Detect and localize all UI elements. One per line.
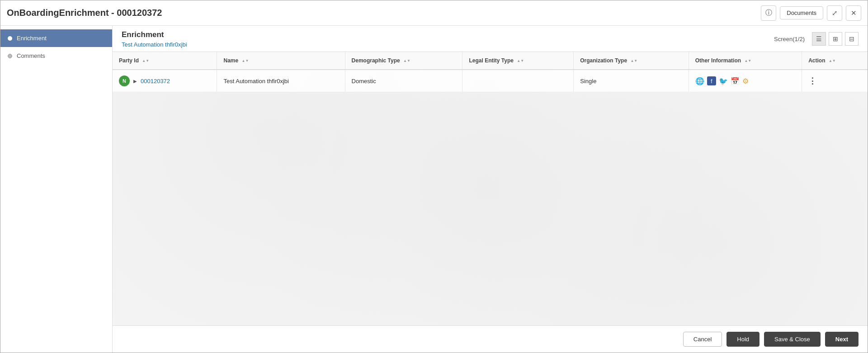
col-name-label: Name [223, 57, 238, 64]
col-action-label: Action [808, 57, 825, 64]
sort-party-id[interactable]: ▲▼ [142, 59, 149, 63]
globe-icon[interactable]: 🌐 [695, 77, 704, 85]
breadcrumb[interactable]: Test Automation thfir0xjbi [122, 41, 187, 48]
col-party-id-label: Party Id [119, 57, 139, 64]
other-info-icons: 🌐 f 🐦 📅 ⚙ [695, 76, 795, 85]
window-title: OnBoardingEnrichment - 000120372 [7, 8, 162, 18]
screen-indicator: Screen(1/2) [774, 36, 805, 42]
cell-legal-entity-type [462, 70, 574, 92]
cancel-button[interactable]: Cancel [683, 332, 722, 347]
col-other-information[interactable]: Other Information ▲▼ [689, 52, 802, 70]
cell-party-id: N ▶ 000120372 [113, 70, 217, 92]
list-view-icon: ☰ [816, 35, 822, 42]
party-id-cell: N ▶ 000120372 [119, 75, 210, 86]
expand-button[interactable]: ⤢ [827, 5, 842, 21]
sidebar-label-enrichment: Enrichment [17, 35, 47, 42]
main-header-left: Enrichment Test Automation thfir0xjbi [122, 30, 187, 48]
col-other-information-label: Other Information [695, 57, 741, 64]
hold-button[interactable]: Hold [726, 332, 760, 347]
sidebar-label-comments: Comments [17, 52, 45, 59]
close-button[interactable]: ✕ [846, 5, 861, 21]
documents-button[interactable]: Documents [780, 6, 823, 19]
sort-legal-entity-type[interactable]: ▲▼ [517, 59, 524, 63]
info-button[interactable]: ⓘ [761, 5, 776, 21]
close-icon: ✕ [851, 9, 857, 17]
facebook-icon[interactable]: f [707, 76, 716, 85]
cell-action: ⋮ [802, 70, 868, 92]
sidebar-item-enrichment[interactable]: Enrichment [0, 29, 112, 47]
expand-row-arrow[interactable]: ▶ [133, 79, 137, 84]
title-bar-left: OnBoardingEnrichment - 000120372 [7, 8, 162, 18]
other-view-icon: ⊟ [849, 35, 854, 42]
settings-icon[interactable]: ⚙ [742, 77, 749, 85]
view-list-button[interactable]: ☰ [812, 32, 826, 46]
footer: Cancel Hold Save & Close Next [113, 325, 868, 353]
table-row: N ▶ 000120372 Test Automation thfir0xjbi… [113, 70, 868, 92]
cell-other-information: 🌐 f 🐦 📅 ⚙ [689, 70, 802, 92]
main-header: Enrichment Test Automation thfir0xjbi Sc… [113, 26, 868, 52]
table-header-row: Party Id ▲▼ Name ▲▼ Demographic Type ▲▼ [113, 52, 868, 70]
main-header-right: Screen(1/2) ☰ ⊞ ⊟ [774, 32, 859, 46]
view-grid-button[interactable]: ⊞ [829, 32, 842, 46]
body-layout: Enrichment Comments Enrichment Test Auto… [0, 26, 868, 353]
party-id-link[interactable]: 000120372 [141, 78, 170, 85]
sort-action[interactable]: ▲▼ [829, 59, 836, 63]
col-demographic-type-label: Demographic Type [352, 57, 400, 64]
cell-organization-type: Single [574, 70, 689, 92]
calendar-icon[interactable]: 📅 [731, 77, 740, 85]
sort-organization-type[interactable]: ▲▼ [630, 59, 637, 63]
sort-demographic-type[interactable]: ▲▼ [403, 59, 410, 63]
cell-demographic-type: Domestic [345, 70, 462, 92]
col-party-id[interactable]: Party Id ▲▼ [113, 52, 217, 70]
save-close-button[interactable]: Save & Close [764, 332, 821, 347]
col-action[interactable]: Action ▲▼ [802, 52, 868, 70]
title-bar-right: ⓘ Documents ⤢ ✕ [761, 5, 861, 21]
sidebar: Enrichment Comments [0, 26, 113, 353]
sidebar-dot-comments [8, 54, 12, 58]
view-other-button[interactable]: ⊟ [845, 32, 859, 46]
sort-other-information[interactable]: ▲▼ [744, 59, 751, 63]
title-bar: OnBoardingEnrichment - 000120372 ⓘ Docum… [0, 0, 868, 26]
party-avatar: N [119, 75, 130, 86]
main-window: OnBoardingEnrichment - 000120372 ⓘ Docum… [0, 0, 868, 353]
action-menu-button[interactable]: ⋮ [808, 76, 817, 85]
page-title: Enrichment [122, 30, 187, 39]
col-demographic-type[interactable]: Demographic Type ▲▼ [345, 52, 462, 70]
table-area: Party Id ▲▼ Name ▲▼ Demographic Type ▲▼ [113, 52, 868, 325]
sort-name[interactable]: ▲▼ [242, 59, 249, 63]
sidebar-item-comments[interactable]: Comments [0, 47, 112, 65]
col-legal-entity-type-label: Legal Entity Type [469, 57, 513, 64]
enrichment-table: Party Id ▲▼ Name ▲▼ Demographic Type ▲▼ [113, 52, 868, 92]
col-legal-entity-type[interactable]: Legal Entity Type ▲▼ [462, 52, 574, 70]
col-organization-type-label: Organization Type [580, 57, 627, 64]
twitter-icon[interactable]: 🐦 [719, 77, 728, 85]
main-content: Enrichment Test Automation thfir0xjbi Sc… [113, 26, 868, 353]
expand-icon: ⤢ [832, 9, 838, 17]
grid-view-icon: ⊞ [833, 35, 838, 42]
next-button[interactable]: Next [825, 332, 859, 347]
sidebar-dot-enrichment [8, 36, 12, 41]
col-name[interactable]: Name ▲▼ [217, 52, 345, 70]
col-organization-type[interactable]: Organization Type ▲▼ [574, 52, 689, 70]
cell-name: Test Automation thfir0xjbi [217, 70, 345, 92]
